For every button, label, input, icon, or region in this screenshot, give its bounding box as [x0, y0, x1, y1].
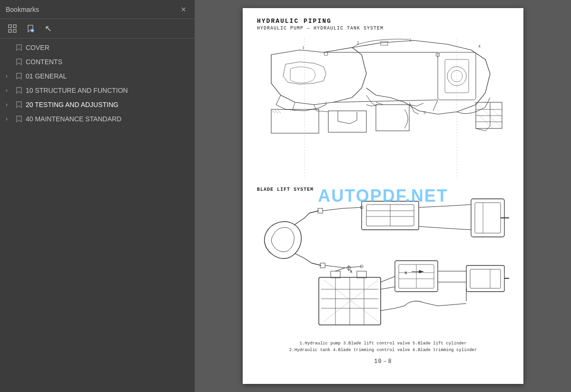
svg-text:1: 1 [302, 45, 305, 50]
page-number: 10－8 [257, 357, 509, 365]
chevron-structure: › [6, 87, 12, 94]
page-heading-sub: HYDRAULIC PUMP – HYDRAULIC TANK SYSTEM [257, 26, 509, 31]
panel-title: Bookmarks [6, 6, 39, 13]
svg-rect-1 [13, 25, 16, 28]
page-container: AUTOPDF.NET HYDRAULIC PIPING HYDRAULIC P… [243, 8, 523, 384]
top-diagram: 1 2 3 4 5 [257, 36, 509, 183]
bookmark-item-maintenance[interactable]: › 40 MAINTENANCE STANDARD [0, 112, 195, 126]
chevron-maintenance: › [6, 116, 12, 122]
bookmark-item-structure[interactable]: › 10 STRUCTURE AND FUNCTION [0, 83, 195, 98]
caption-line2: 2.Hydraulic tank 4.Blade trimming contro… [257, 347, 509, 354]
bookmark-label-cover: COVER [26, 44, 49, 51]
bookmark-label-maintenance: 40 MAINTENANCE STANDARD [26, 115, 121, 123]
bookmark-icon-structure [15, 87, 23, 94]
page-content: HYDRAULIC PIPING HYDRAULIC PUMP – HYDRAU… [257, 18, 509, 365]
bookmarks-list: › COVER › CONTENTS › 01 GENERAL › [0, 39, 195, 392]
cursor-indicator: ↖ [45, 23, 52, 34]
blade-lift-diagram-svg: x x [257, 194, 509, 337]
chevron-general: › [6, 73, 12, 79]
toolbar: ↖ [0, 19, 195, 39]
grid-view-button[interactable] [5, 22, 20, 35]
svg-text:3: 3 [409, 38, 412, 42]
bookmark-icon-contents [15, 58, 23, 66]
svg-text:5: 5 [423, 110, 426, 115]
svg-rect-2 [9, 29, 11, 32]
page-heading-main: HYDRAULIC PIPING [257, 18, 509, 25]
blade-lift-label: BLADE LIFT SYSTEM [257, 187, 509, 192]
pdf-viewer: AUTOPDF.NET HYDRAULIC PIPING HYDRAULIC P… [195, 0, 571, 392]
bookmark-icon-cover [15, 44, 23, 51]
close-button[interactable]: × [178, 4, 189, 15]
bookmark-item-cover[interactable]: › COVER [0, 40, 195, 55]
bookmark-label-testing: 20 TESTING AND ADJUSTING [26, 101, 118, 108]
caption-area: 1.Hydraulic pump 3.Blade lift control va… [257, 341, 509, 353]
bookmark-label-general: 01 GENERAL [26, 72, 67, 80]
svg-text:4: 4 [478, 44, 481, 49]
chevron-testing: › [6, 101, 12, 108]
bottom-diagram: x x [257, 194, 509, 337]
bookmark-icon-general [15, 72, 23, 80]
bookmark-item-general[interactable]: › 01 GENERAL [0, 69, 195, 83]
svg-rect-0 [9, 25, 11, 28]
bookmark-icon [26, 24, 35, 33]
bookmark-label-structure: 10 STRUCTURE AND FUNCTION [26, 87, 128, 94]
svg-text:x: x [350, 268, 353, 274]
grid-icon [8, 24, 17, 33]
bookmark-icon-testing [15, 101, 23, 108]
caption-line1: 1.Hydraulic pump 3.Blade lift control va… [257, 341, 509, 347]
svg-rect-3 [13, 29, 16, 32]
svg-text:x: x [404, 269, 407, 275]
hydraulic-diagram-svg: 1 2 3 4 5 [257, 36, 509, 183]
bookmark-item-testing[interactable]: › 20 TESTING AND ADJUSTING [0, 98, 195, 112]
panel-header: Bookmarks × [0, 0, 195, 19]
bookmark-label-contents: CONTENTS [26, 58, 62, 66]
bookmark-view-button[interactable] [23, 22, 38, 35]
bookmarks-panel: Bookmarks × ↖ › C [0, 0, 195, 392]
bookmark-item-contents[interactable]: › CONTENTS [0, 55, 195, 69]
bookmark-icon-maintenance [15, 115, 23, 123]
